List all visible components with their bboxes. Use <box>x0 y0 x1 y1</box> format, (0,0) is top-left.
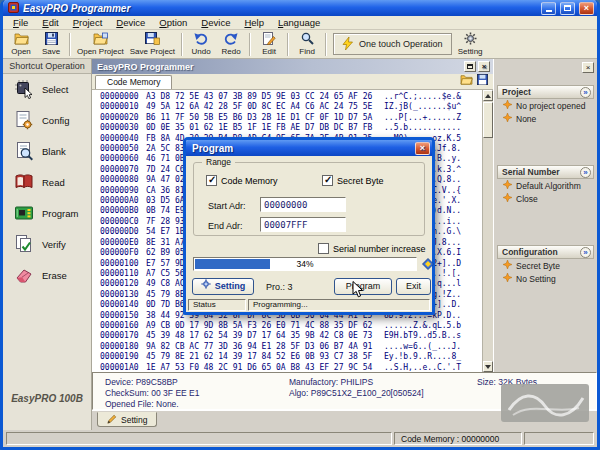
hex-address: 000001A0 <box>100 363 146 372</box>
setting-button-label: Setting <box>458 48 483 56</box>
menu-item-file[interactable]: File <box>6 16 35 29</box>
panels-close-button[interactable]: × <box>582 62 594 73</box>
scrollbar-track[interactable] <box>483 138 493 361</box>
panel-item[interactable]: Default Algorithm <box>497 179 594 192</box>
save-project-button-label: Save Project <box>130 48 175 56</box>
menu-item-help[interactable]: Help <box>237 16 271 29</box>
sidebar-item-select[interactable]: Select <box>3 74 91 105</box>
read-book-icon <box>14 172 34 194</box>
dialog-close-button[interactable] <box>415 142 430 155</box>
checksum-value: CheckSum: 00 3F EE E1 <box>105 388 200 398</box>
hex-address: 000000D0 <box>100 227 146 237</box>
vertical-scrollbar[interactable] <box>482 90 493 372</box>
toolbar: Open Save Open Project Save Project Undo… <box>3 30 597 59</box>
minimize-button[interactable] <box>541 2 556 15</box>
chevron-circle-icon[interactable] <box>580 87 591 98</box>
panel-item[interactable]: Secret Byte <box>497 259 594 272</box>
sidebar-item-read[interactable]: Read <box>3 167 91 198</box>
pencil-icon <box>107 414 117 426</box>
close-button[interactable]: × <box>579 2 594 15</box>
panel-serial-number-header[interactable]: Serial Number <box>497 165 594 179</box>
document-tab-bar: Code Memory <box>92 74 493 90</box>
range-group-label: Range <box>202 157 235 167</box>
redo-button-label: Redo <box>222 48 241 56</box>
dialog-setting-button-label: Setting <box>215 279 246 294</box>
device-value: Device: P89C58BP <box>105 377 178 387</box>
hex-address: 00000030 <box>100 123 146 133</box>
chevron-circle-icon[interactable] <box>580 167 591 178</box>
sidebar-item-blank[interactable]: Blank <box>3 136 91 167</box>
secret-byte-checkbox[interactable] <box>322 175 333 186</box>
maximize-button[interactable] <box>560 2 575 15</box>
hex-address: 000000F0 <box>100 248 146 258</box>
save-file-icon[interactable] <box>477 74 488 87</box>
minimize-icon <box>546 10 552 12</box>
panel-configuration-header[interactable]: Configuration <box>497 245 594 259</box>
toolbar-separator <box>181 33 183 56</box>
document-title: EasyPRO Programmer <box>97 62 194 72</box>
redo-button[interactable]: Redo <box>216 31 246 58</box>
toolbar-separator <box>287 33 289 56</box>
sidebar-item-verify[interactable]: Verify <box>3 229 91 260</box>
code-memory-checkbox[interactable] <box>206 175 217 186</box>
find-button[interactable]: Find <box>292 31 322 58</box>
sidebar-item-program[interactable]: Program <box>3 198 91 229</box>
sidebar-item-config[interactable]: Config <box>3 105 91 136</box>
algo-value: Algo: P89C51X2_E100_20[050524] <box>289 388 424 398</box>
scrollbar-thumb[interactable] <box>483 102 493 138</box>
restore-icon <box>467 64 473 69</box>
hex-address: 00000170 <box>100 331 146 341</box>
tab-code-memory[interactable]: Code Memory <box>95 75 172 89</box>
open-project-button-label: Open Project <box>77 48 124 56</box>
scroll-up-button[interactable] <box>483 90 493 101</box>
menu-item-project[interactable]: Project <box>66 16 110 29</box>
hex-row: 00000160A9 CB 0D 17 9D 8B 5A F3 26 E0 71… <box>100 321 482 331</box>
menu-item-language[interactable]: Language <box>271 16 327 29</box>
chevron-circle-icon[interactable] <box>580 247 591 258</box>
start-adr-input[interactable] <box>260 197 346 212</box>
redo-icon <box>224 32 238 47</box>
panel-item-label: Default Algorithm <box>516 181 581 191</box>
dialog-exit-button[interactable]: Exit <box>396 278 431 295</box>
one-touch-operation-button[interactable]: One touch Operation <box>333 33 452 55</box>
blank-check-icon <box>14 141 34 163</box>
open-project-button[interactable]: Open Project <box>74 31 127 58</box>
sidebar-item-label: Read <box>42 177 65 188</box>
star-icon <box>503 180 512 191</box>
save-button[interactable]: Save <box>36 31 66 58</box>
menu-item-option[interactable]: Option <box>152 16 194 29</box>
load-file-icon[interactable] <box>460 74 473 87</box>
setting-button[interactable]: Setting <box>455 31 486 58</box>
scroll-down-button[interactable] <box>483 361 493 372</box>
undo-button-label: Undo <box>192 48 211 56</box>
status-bar-code-memory: Code Memory : 00000000 <box>394 432 522 445</box>
panel-item[interactable]: No Setting <box>497 272 594 285</box>
sidebar-item-erase[interactable]: Erase <box>3 260 91 291</box>
edit-button[interactable]: Edit <box>254 31 284 58</box>
panel-serial-number: Serial Number Default Algorithm Close <box>497 165 594 205</box>
panel-item[interactable]: Close <box>497 192 594 205</box>
panel-item[interactable]: No project opened <box>497 99 594 112</box>
tab-setting[interactable]: Setting <box>97 412 157 427</box>
menu-item-device[interactable]: Device <box>194 16 237 29</box>
star-icon <box>503 193 512 204</box>
serial-number-increase-checkbox[interactable] <box>318 243 329 254</box>
menu-item-edit[interactable]: Edit <box>35 16 65 29</box>
document-close-button[interactable]: × <box>478 61 490 72</box>
hex-address: 00000000 <box>100 92 146 102</box>
hex-address: 00000190 <box>100 352 146 362</box>
panel-item[interactable]: None <box>497 112 594 125</box>
lightning-icon <box>342 37 354 52</box>
open-button[interactable]: Open <box>6 31 36 58</box>
opened-file-value: Opened File: None. <box>105 399 179 409</box>
menu-item-device[interactable]: Device <box>109 16 152 29</box>
dialog-setting-button[interactable]: Setting <box>192 278 254 295</box>
restore-button[interactable] <box>464 61 476 72</box>
save-project-button[interactable]: Save Project <box>127 31 178 58</box>
hex-ascii: IZ.jB(_......$u^ <box>384 102 461 112</box>
end-adr-input[interactable] <box>260 217 346 232</box>
undo-button[interactable]: Undo <box>186 31 216 58</box>
maximize-icon <box>564 5 571 11</box>
panel-project-header[interactable]: Project <box>497 85 594 99</box>
star-icon <box>503 260 512 271</box>
